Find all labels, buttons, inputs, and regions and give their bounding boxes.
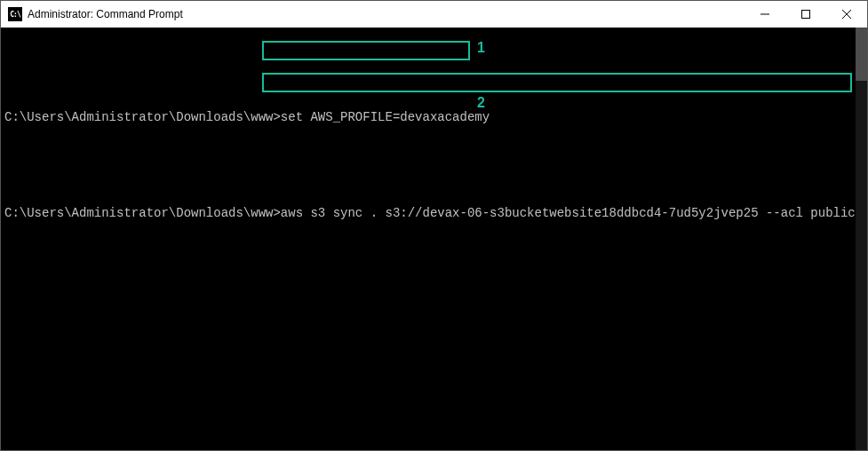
minimize-button[interactable] bbox=[745, 1, 785, 28]
terminal-area[interactable]: C:\Users\Administrator\Downloads\www>set… bbox=[1, 28, 867, 450]
terminal-content: C:\Users\Administrator\Downloads\www>set… bbox=[1, 28, 856, 450]
maximize-icon bbox=[801, 10, 810, 19]
scrollbar-thumb[interactable] bbox=[856, 28, 867, 81]
command-text: set AWS_PROFILE=devaxacademy bbox=[281, 110, 490, 124]
annotation-label-1: 1 bbox=[477, 40, 485, 56]
close-icon bbox=[842, 10, 851, 19]
vertical-scrollbar[interactable] bbox=[856, 28, 867, 450]
svg-rect-1 bbox=[802, 11, 810, 19]
command-text: aws s3 sync . s3://devax-06-s3bucketwebs… bbox=[281, 206, 867, 220]
annotation-box-1 bbox=[262, 41, 470, 60]
prompt: C:\Users\Administrator\Downloads\www> bbox=[4, 110, 281, 124]
titlebar[interactable]: C:\ Administrator: Command Prompt bbox=[1, 1, 867, 28]
window-controls bbox=[745, 1, 867, 28]
command-prompt-window: C:\ Administrator: Command Prompt C:\Use… bbox=[0, 0, 868, 451]
close-button[interactable] bbox=[826, 1, 867, 28]
window-title: Administrator: Command Prompt bbox=[28, 8, 183, 20]
prompt: C:\Users\Administrator\Downloads\www> bbox=[4, 206, 281, 220]
minimize-icon bbox=[760, 10, 769, 19]
terminal-line: C:\Users\Administrator\Downloads\www>aws… bbox=[4, 205, 856, 221]
cmd-icon: C:\ bbox=[8, 7, 22, 21]
terminal-line: C:\Users\Administrator\Downloads\www>set… bbox=[4, 109, 856, 125]
maximize-button[interactable] bbox=[785, 1, 826, 28]
